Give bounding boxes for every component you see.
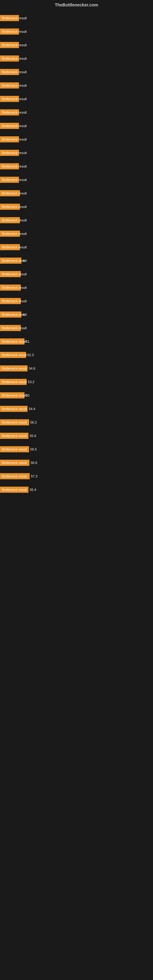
bar-row: Bottleneck result: [0, 95, 153, 103]
page-header: TheBottlenecker.com: [0, 0, 153, 9]
bar-label: Bottleneck result: [0, 190, 20, 196]
bar-value: 54.6: [27, 367, 35, 370]
bar-value: 56.8: [29, 461, 37, 465]
bar-row: Bottleneck result: [0, 175, 153, 184]
bar-row: Bottleneck result: [0, 202, 153, 211]
bar-label: Bottleneck result: [0, 42, 19, 48]
bar-value: 54.4: [27, 407, 35, 411]
bar-value: 56.2: [29, 420, 37, 424]
bar-label: Bottleneck result: [0, 352, 26, 358]
bar-label: Bottleneck result: [0, 96, 19, 102]
bar-row: Bottleneck result54.4: [0, 404, 153, 413]
bar-row: Bottleneck result: [0, 81, 153, 90]
bar-row: Bottleneck result: [0, 216, 153, 224]
bar-value: 57.3: [30, 474, 37, 478]
bar-label: Bottleneck result: [0, 56, 19, 62]
bar-value: 51.: [24, 340, 30, 343]
bar-value: 55.6: [29, 434, 36, 438]
bar-row: Bottleneck result53.2: [0, 378, 153, 386]
bar-label: Bottleneck result: [0, 217, 20, 223]
bar-row: Bottleneck result55.6: [0, 431, 153, 440]
site-title: TheBottlenecker.com: [0, 0, 153, 9]
bar-label: Bottleneck result: [0, 177, 19, 183]
bar-row: Bottleneck result: [0, 324, 153, 332]
bar-value: 53.2: [27, 380, 34, 384]
bar-label: Bottleneck result: [0, 163, 19, 169]
bar-row: Bottleneck result: [0, 229, 153, 238]
bar-label: Bottleneck result: [0, 29, 19, 35]
bar-label: Bottleneck result: [0, 325, 21, 331]
bar-row: Bottleneck result4: [0, 256, 153, 265]
bar-row: Bottleneck result4: [0, 310, 153, 319]
bar-row: Bottleneck result: [0, 189, 153, 197]
bar-row: Bottleneck result55.4: [0, 485, 153, 494]
bar-row: Bottleneck result: [0, 270, 153, 278]
bar-row: Bottleneck result: [0, 54, 153, 63]
bar-label: Bottleneck result: [0, 298, 21, 304]
bar-label: Bottleneck result: [0, 136, 19, 142]
bar-label: Bottleneck result: [0, 446, 29, 452]
bars-container: Bottleneck resultBottleneck resultBottle…: [0, 9, 153, 496]
bar-label: Bottleneck result: [0, 487, 29, 493]
bar-value: 55.4: [29, 488, 36, 492]
bar-label: Bottleneck result: [0, 285, 21, 291]
bar-row: Bottleneck result: [0, 41, 153, 49]
bar-label: Bottleneck result: [0, 258, 21, 264]
bar-row: Bottleneck result: [0, 108, 153, 117]
bar-row: Bottleneck result54.6: [0, 364, 153, 373]
bar-row: Bottleneck result: [0, 243, 153, 251]
bar-label: Bottleneck result: [0, 83, 19, 89]
bar-row: Bottleneck result: [0, 148, 153, 157]
bar-label: Bottleneck result: [0, 69, 19, 75]
bar-row: Bottleneck result: [0, 68, 153, 76]
bar-label: Bottleneck result: [0, 433, 29, 439]
bar-label: Bottleneck result: [0, 244, 20, 250]
bar-value: 56.5: [29, 447, 37, 451]
bar-value: 4: [21, 313, 24, 317]
bar-label: Bottleneck result: [0, 365, 27, 371]
bar-label: Bottleneck result: [0, 271, 21, 277]
bar-label: Bottleneck result: [0, 406, 27, 412]
bar-row: Bottleneck result51.: [0, 337, 153, 346]
bar-row: Bottleneck result: [0, 122, 153, 130]
bar-label: Bottleneck result: [0, 231, 20, 237]
bar-row: Bottleneck result56.8: [0, 458, 153, 467]
bar-row: Bottleneck result50: [0, 391, 153, 400]
bar-label: Bottleneck result: [0, 473, 30, 479]
bar-label: Bottleneck result: [0, 123, 19, 129]
bar-label: Bottleneck result: [0, 392, 24, 398]
bar-row: Bottleneck result: [0, 162, 153, 170]
bar-row: Bottleneck result: [0, 283, 153, 292]
bar-row: Bottleneck result: [0, 27, 153, 36]
bar-label: Bottleneck result: [0, 419, 29, 425]
bar-row: Bottleneck result57.3: [0, 472, 153, 480]
bar-label: Bottleneck result: [0, 339, 24, 345]
bar-label: Bottleneck result: [0, 204, 20, 210]
bar-row: Bottleneck result56.5: [0, 445, 153, 453]
bar-label: Bottleneck result: [0, 312, 21, 318]
bar-row: Bottleneck result: [0, 135, 153, 144]
bar-row: Bottleneck result52.3: [0, 351, 153, 359]
bar-row: Bottleneck result: [0, 297, 153, 305]
bar-row: Bottleneck result56.2: [0, 418, 153, 426]
bar-value: 50: [24, 393, 29, 397]
bar-value: 4: [21, 259, 24, 262]
bar-label: Bottleneck result: [0, 379, 27, 385]
bar-label: Bottleneck result: [0, 15, 19, 21]
bar-label: Bottleneck result: [0, 460, 29, 466]
bar-row: Bottleneck result: [0, 14, 153, 22]
bar-value: 52.3: [26, 353, 33, 357]
bar-label: Bottleneck result: [0, 150, 19, 156]
bar-label: Bottleneck result: [0, 109, 19, 115]
